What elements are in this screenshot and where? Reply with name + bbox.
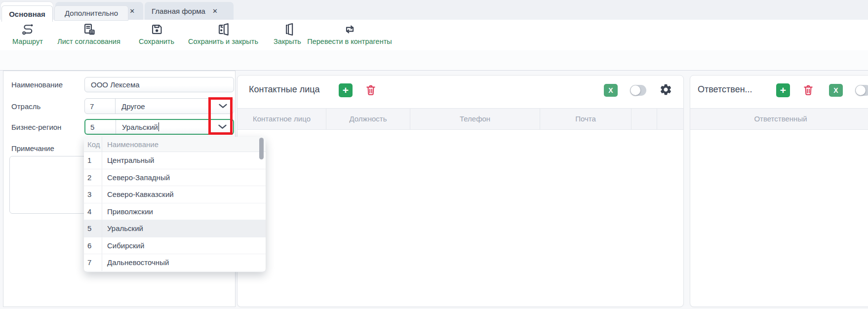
- transfer-icon: [343, 23, 356, 36]
- industry-code-input[interactable]: 7: [85, 99, 116, 114]
- text-cursor: [158, 122, 159, 131]
- contacts-panel-title: Контактные лица: [249, 84, 320, 95]
- toggle-knob: [856, 85, 866, 95]
- tab-additional[interactable]: Дополнительно: [54, 5, 128, 21]
- door-close-icon: [281, 23, 294, 36]
- window-tab-main-form[interactable]: Главная форма: [145, 2, 234, 20]
- industry-dropdown-button[interactable]: [212, 99, 234, 114]
- column-header-phone[interactable]: Телефон: [410, 109, 540, 129]
- column-header-empty: [631, 109, 657, 129]
- save-button-label: Сохранить: [139, 38, 174, 45]
- chevron-down-icon: [219, 104, 227, 109]
- dropdown-name-header: Наименование: [102, 137, 266, 152]
- responsible-panel: Ответствен... X Ответственный: [690, 75, 868, 307]
- close-button[interactable]: Закрыть: [268, 23, 307, 48]
- save-icon: [150, 23, 163, 36]
- approval-sheet-button-label: Лист согласования: [57, 38, 120, 45]
- form-tab-strip: [0, 50, 868, 71]
- save-and-close-icon: [217, 23, 230, 36]
- dropdown-row[interactable]: 6 Сибирский: [84, 237, 266, 255]
- route-icon: [21, 23, 35, 36]
- trash-icon: [365, 84, 376, 96]
- dropdown-row-selected[interactable]: 5 Уральский: [84, 220, 266, 237]
- export-excel-button[interactable]: X: [829, 84, 843, 97]
- column-header-position[interactable]: Должность: [326, 109, 410, 129]
- save-and-close-button[interactable]: Сохранить и закрыть: [184, 23, 263, 48]
- column-header-contact[interactable]: Контактное лицо: [237, 109, 326, 129]
- region-value-input[interactable]: Уральский: [116, 120, 211, 134]
- gear-icon: [659, 83, 672, 96]
- add-responsible-button[interactable]: [776, 83, 790, 97]
- name-field-label: Наименование: [11, 80, 63, 89]
- region-dropdown-button[interactable]: [211, 120, 233, 134]
- route-button-label: Маршрут: [12, 38, 43, 45]
- transfer-button-label: Перевести в контрагенты: [307, 38, 392, 45]
- trash-icon: [803, 84, 814, 96]
- column-header-empty: [657, 109, 684, 129]
- toolbar: Маршрут Лист согласования Сохранить: [0, 20, 868, 50]
- region-code-input[interactable]: 5: [85, 120, 116, 134]
- close-button-label: Закрыть: [274, 38, 301, 45]
- approval-sheet-button[interactable]: Лист согласования: [52, 23, 126, 48]
- column-header-email[interactable]: Почта: [540, 109, 631, 129]
- tab-close-icon[interactable]: [212, 8, 218, 14]
- route-button[interactable]: Маршрут: [8, 23, 47, 48]
- approval-sheet-icon: [82, 23, 96, 36]
- column-header-responsible[interactable]: Ответственный: [690, 109, 868, 129]
- responsible-table-header: Ответственный: [690, 108, 868, 130]
- export-excel-button[interactable]: X: [604, 84, 618, 97]
- dropdown-row[interactable]: 1 Центральный: [84, 152, 266, 169]
- window-tab-bar: Клиент Клиенты - Реестр Главная форма: [0, 0, 868, 20]
- delete-responsible-button[interactable]: [802, 83, 815, 97]
- settings-button[interactable]: [659, 83, 672, 96]
- save-button[interactable]: Сохранить: [132, 23, 181, 48]
- dropdown-header-row: Код Наименование: [84, 137, 266, 152]
- dropdown-code-header: Код: [84, 137, 102, 152]
- region-dropdown-popup: Код Наименование 1 Центральный 2 Северо-…: [84, 137, 266, 272]
- contacts-table-header: Контактное лицо Должность Телефон Почта: [237, 108, 683, 130]
- responsible-toggle[interactable]: [855, 85, 868, 96]
- name-input[interactable]: ООО Лексема: [84, 77, 234, 92]
- dropdown-scrollbar[interactable]: [259, 138, 264, 159]
- delete-contact-button[interactable]: [364, 83, 377, 97]
- toggle-knob: [631, 85, 640, 95]
- region-field-label: Бизнес-регион: [11, 123, 61, 131]
- name-input-value: ООО Лексема: [85, 80, 146, 89]
- tab-close-icon[interactable]: [129, 8, 135, 14]
- note-field-label: Примечание: [11, 144, 54, 153]
- contacts-toggle[interactable]: [630, 85, 646, 96]
- dropdown-row[interactable]: 2 Северо-Западный: [84, 169, 266, 187]
- transfer-to-counterparties-button[interactable]: Перевести в контрагенты: [305, 23, 394, 48]
- save-and-close-button-label: Сохранить и закрыть: [188, 38, 258, 45]
- dropdown-row[interactable]: 3 Северо-Кавказский: [84, 186, 266, 203]
- industry-value-input[interactable]: Другое: [116, 99, 212, 114]
- industry-combo[interactable]: 7 Другое: [84, 98, 234, 114]
- tab-label: Главная форма: [152, 7, 205, 15]
- add-contact-button[interactable]: [339, 83, 353, 97]
- chevron-down-icon: [218, 124, 227, 129]
- industry-field-label: Отрасль: [11, 102, 40, 111]
- tab-main-label: Основная: [9, 10, 45, 18]
- dropdown-row[interactable]: 7 Дальневосточный: [84, 254, 266, 271]
- tab-main[interactable]: Основная: [1, 5, 53, 22]
- region-combo[interactable]: 5 Уральский: [84, 119, 234, 135]
- dropdown-row[interactable]: 4 Приволжскии: [84, 203, 266, 221]
- client-form-screen: Клиент Клиенты - Реестр Главная форма Ма…: [0, 0, 868, 309]
- tab-additional-label: Дополнительно: [65, 9, 118, 17]
- responsible-panel-title: Ответствен...: [698, 84, 752, 95]
- contacts-panel: Контактные лица X Контактное лицо Должно…: [237, 75, 684, 307]
